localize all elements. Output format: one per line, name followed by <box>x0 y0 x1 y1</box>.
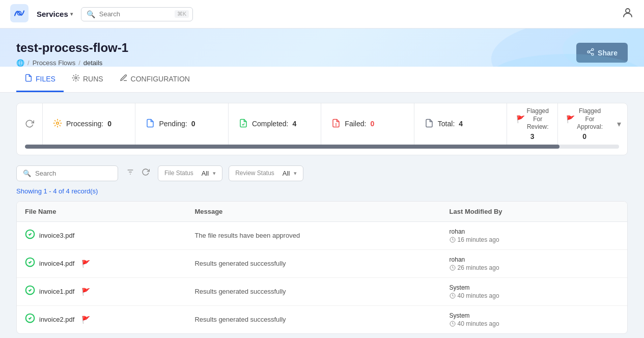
file-status-filter[interactable]: File Status All ▾ <box>158 165 222 181</box>
search-filter-icon: 🔍 <box>23 170 31 177</box>
share-button[interactable]: Share <box>576 43 628 63</box>
flag-icon: 🚩 <box>81 260 90 268</box>
message-cell: The file results have been approved <box>194 232 449 239</box>
modified-cell: rohan 16 minutes ago <box>450 228 619 243</box>
filter-options-button[interactable] <box>124 166 136 180</box>
flagged-review-label: FlaggedForReview: <box>527 107 549 131</box>
flagged-review-icon: 🚩 <box>516 115 525 123</box>
file-name: invoice3.pdf <box>39 232 74 239</box>
search-filter-input[interactable] <box>35 170 121 177</box>
file-name-cell: invoice2.pdf 🚩 <box>25 313 194 326</box>
file-status-filter-label: File Status <box>164 170 193 177</box>
review-status-dropdown-icon: ▾ <box>294 170 297 177</box>
file-name-cell: invoice1.pdf 🚩 <box>25 285 194 298</box>
user-icon <box>622 9 634 21</box>
modified-cell: rohan 26 minutes ago <box>450 256 619 271</box>
pending-icon <box>146 119 155 129</box>
file-status-dropdown-icon: ▾ <box>213 170 216 177</box>
modified-time: 26 minutes ago <box>450 264 619 271</box>
flagged-approval-value: 0 <box>582 132 586 140</box>
file-name: invoice1.pdf <box>39 288 74 295</box>
flag-icon: 🚩 <box>81 288 90 296</box>
tab-configuration-label: CONFIGURATION <box>131 75 190 83</box>
total-label: Total: <box>438 120 455 128</box>
filter-refresh-button[interactable] <box>139 166 152 180</box>
share-label: Share <box>598 49 618 57</box>
stat-flagged-review: 🚩 FlaggedForReview: 3 <box>507 103 558 145</box>
tab-configuration[interactable]: CONFIGURATION <box>111 67 198 92</box>
svg-line-7 <box>590 50 592 51</box>
main-content: Processing: 0 Pending: 0 Completed: 4 <box>0 93 644 338</box>
file-status-icon <box>25 313 35 326</box>
modified-user: rohan <box>450 256 619 263</box>
breadcrumb-process-flows[interactable]: Process Flows <box>33 59 76 67</box>
pending-label: Pending: <box>159 120 187 128</box>
topnav: Services ▾ 🔍 ⌘K <box>0 0 644 29</box>
modified-time: 40 minutes ago <box>450 320 619 327</box>
global-search-bar: 🔍 ⌘K <box>81 7 193 21</box>
message-cell: Results generated successfully <box>194 288 449 295</box>
search-icon: 🔍 <box>87 10 95 18</box>
svg-point-12 <box>57 122 59 125</box>
pending-value: 0 <box>191 120 195 128</box>
tab-files[interactable]: FILES <box>16 67 64 92</box>
services-chevron-icon: ▾ <box>70 11 73 17</box>
breadcrumb-current: details <box>83 59 103 67</box>
file-status-icon <box>25 229 35 242</box>
user-menu-button[interactable] <box>622 7 634 22</box>
processing-label: Processing: <box>66 120 103 128</box>
processing-icon <box>53 119 62 129</box>
completed-value: 4 <box>293 120 297 128</box>
file-name-cell: invoice3.pdf <box>25 229 194 242</box>
svg-point-2 <box>626 9 630 13</box>
completed-icon <box>239 119 248 129</box>
svg-point-11 <box>75 77 77 79</box>
flagged-approval-label: FlaggedForApproval: <box>577 107 603 131</box>
search-shortcut: ⌘K <box>175 10 189 18</box>
filters-row: 🔍 File Status All ▾ Review Status All ▾ <box>16 165 628 181</box>
records-count: Showing 1 - 4 of 4 record(s) <box>16 187 628 195</box>
processing-value: 0 <box>107 120 111 128</box>
table-row[interactable]: invoice4.pdf 🚩 Results generated success… <box>17 250 627 278</box>
table-row[interactable]: invoice3.pdf The file results have been … <box>17 222 627 250</box>
total-icon <box>425 119 434 129</box>
files-table: File Name Message Last Modified By invoi… <box>16 201 628 334</box>
configuration-tab-icon <box>120 74 128 83</box>
message-cell: Results generated successfully <box>194 316 449 323</box>
breadcrumb-sep1: / <box>27 59 30 67</box>
breadcrumb: 🌐 / Process Flows / details <box>16 59 128 67</box>
review-status-filter-value: All <box>283 170 290 177</box>
review-status-filter-label: Review Status <box>235 170 274 177</box>
modified-time: 40 minutes ago <box>450 292 619 299</box>
stat-total: Total: 4 <box>414 103 507 145</box>
table-header: File Name Message Last Modified By <box>17 202 627 222</box>
progress-bar-fill <box>25 145 559 149</box>
file-name: invoice2.pdf <box>39 316 74 323</box>
tab-files-label: FILES <box>36 75 55 83</box>
breadcrumb-home-icon[interactable]: 🌐 <box>16 59 24 67</box>
files-tab-icon <box>24 74 33 83</box>
progress-bar-container <box>25 145 619 149</box>
tab-runs-label: RUNS <box>83 75 103 83</box>
global-search-input[interactable] <box>99 10 171 18</box>
share-icon <box>586 48 595 58</box>
services-button[interactable]: Services ▾ <box>37 10 73 18</box>
completed-label: Completed: <box>252 120 289 128</box>
stat-flagged-approval: 🚩 FlaggedForApproval: 0 <box>558 103 611 145</box>
refresh-button[interactable] <box>17 103 43 145</box>
flag-icon: 🚩 <box>81 316 90 324</box>
stats-expand-button[interactable]: ▾ <box>611 103 627 145</box>
review-status-filter[interactable]: Review Status All ▾ <box>229 165 303 181</box>
file-status-icon <box>25 257 35 270</box>
tab-runs[interactable]: RUNS <box>64 67 111 92</box>
table-row[interactable]: invoice2.pdf 🚩 Results generated success… <box>17 306 627 333</box>
runs-tab-icon <box>72 74 80 83</box>
col-modified: Last Modified By <box>450 208 619 215</box>
table-row[interactable]: invoice1.pdf 🚩 Results generated success… <box>17 278 627 306</box>
failed-label: Failed: <box>345 120 366 128</box>
flagged-approval-icon: 🚩 <box>566 115 575 123</box>
col-filename: File Name <box>25 208 194 215</box>
svg-point-14 <box>336 125 337 126</box>
file-status-icon <box>25 285 35 298</box>
stat-pending: Pending: 0 <box>135 103 228 145</box>
